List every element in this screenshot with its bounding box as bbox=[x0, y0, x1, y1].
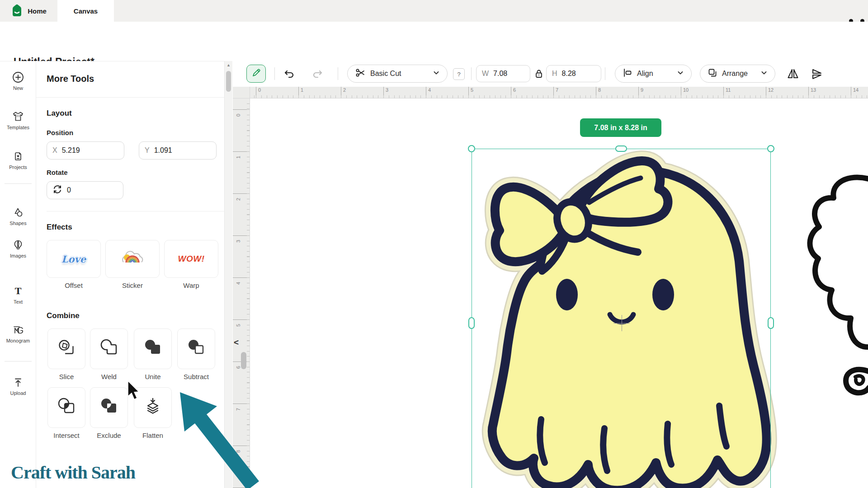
layout-heading: Layout bbox=[47, 109, 72, 118]
align-icon bbox=[623, 68, 632, 80]
mouse-cursor bbox=[127, 380, 142, 402]
intersect-icon bbox=[57, 396, 76, 419]
effect-warp-tile[interactable]: WOW! bbox=[164, 240, 218, 278]
combine-weld-label: Weld bbox=[90, 373, 128, 380]
tab-home-label: Home bbox=[28, 7, 47, 15]
shapes-icon bbox=[0, 206, 36, 219]
selection-handle-mid-right[interactable] bbox=[768, 317, 774, 329]
cricut-logo-icon bbox=[11, 4, 23, 19]
position-y-input[interactable]: Y 1.091 bbox=[139, 141, 217, 160]
w-prefix: W bbox=[482, 70, 489, 78]
combine-subtract-tile[interactable] bbox=[177, 328, 215, 369]
selection-handle-top-right[interactable] bbox=[767, 145, 774, 152]
toolbar-divider bbox=[274, 67, 275, 80]
canvas-area[interactable]: Basic Cut ? W 7.08 H 8.28 Align bbox=[232, 61, 868, 488]
chevron-down-icon bbox=[433, 69, 440, 78]
selection-box[interactable] bbox=[472, 149, 771, 488]
effect-warp-label: Warp bbox=[164, 282, 218, 289]
sidebar-item-shapes[interactable]: Shapes bbox=[0, 206, 36, 226]
selection-handle-top-left[interactable] bbox=[468, 145, 475, 152]
scissors-icon bbox=[355, 67, 366, 80]
redo-button[interactable] bbox=[310, 67, 325, 80]
edit-toolbar: Basic Cut ? W 7.08 H 8.28 Align bbox=[232, 61, 868, 87]
tshirt-icon bbox=[0, 110, 36, 123]
tab-canvas[interactable]: Canvas bbox=[57, 0, 114, 22]
combine-slice-label: Slice bbox=[47, 373, 85, 380]
lock-aspect-button[interactable] bbox=[533, 67, 544, 80]
combine-exclude-tile[interactable] bbox=[90, 387, 128, 428]
exclude-icon bbox=[99, 396, 119, 419]
combine-heading: Combine bbox=[47, 311, 80, 320]
flatten-icon bbox=[143, 396, 163, 419]
flip-horizontal-button[interactable] bbox=[786, 67, 800, 80]
rotate-value: 0 bbox=[67, 186, 71, 194]
panel-divider bbox=[36, 97, 224, 98]
slice-icon bbox=[57, 337, 76, 361]
sidebar-item-images[interactable]: Images bbox=[0, 239, 36, 258]
toolbar-divider bbox=[338, 67, 338, 80]
rainbow-icon bbox=[121, 250, 144, 268]
rotate-icon bbox=[52, 184, 62, 196]
help-button[interactable]: ? bbox=[453, 68, 465, 80]
sidebar-divider bbox=[5, 183, 32, 184]
combine-exclude-label: Exclude bbox=[90, 432, 128, 439]
width-input[interactable]: W 7.08 bbox=[476, 65, 530, 82]
h-value: 8.28 bbox=[562, 70, 576, 78]
sidebar-item-templates[interactable]: Templates bbox=[0, 110, 36, 130]
arrange-dropdown[interactable]: Arrange bbox=[700, 65, 775, 83]
effect-offset-tile[interactable]: Love bbox=[47, 240, 101, 278]
ruler-corner bbox=[233, 87, 250, 99]
position-x-input[interactable]: X 5.219 bbox=[47, 141, 124, 160]
rotate-label: Rotate bbox=[47, 169, 68, 176]
sidebar-item-monogram[interactable]: Monogram bbox=[0, 324, 36, 343]
combine-intersect-tile[interactable] bbox=[47, 387, 85, 428]
more-tools-panel: More Tools Layout Position X 5.219 Y 1.0… bbox=[36, 61, 224, 488]
scroll-up-icon[interactable]: ▲ bbox=[226, 63, 231, 67]
operation-dropdown[interactable]: Basic Cut bbox=[347, 65, 448, 83]
height-input[interactable]: H 8.28 bbox=[546, 65, 601, 82]
effect-offset-label: Offset bbox=[47, 282, 101, 289]
sidebar-item-projects[interactable]: Projects bbox=[0, 150, 36, 170]
combine-unite-label: Unite bbox=[134, 373, 172, 380]
panel-collapse-button[interactable]: < bbox=[234, 338, 239, 347]
pencil-icon bbox=[251, 67, 262, 80]
chevron-down-icon bbox=[677, 69, 684, 78]
undo-button[interactable] bbox=[282, 67, 297, 80]
combine-slice-tile[interactable] bbox=[47, 328, 85, 369]
sidebar-item-label: Templates bbox=[0, 125, 36, 130]
partial-design-image[interactable] bbox=[805, 171, 868, 397]
effect-sticker-tile[interactable] bbox=[105, 240, 160, 278]
app-window: Home Canvas Untitled Project* New Templa… bbox=[0, 0, 868, 488]
rotate-input[interactable]: 0 bbox=[47, 181, 123, 199]
offset-preview: Love bbox=[61, 253, 86, 265]
sidebar-item-label: Projects bbox=[0, 164, 36, 170]
align-dropdown[interactable]: Align bbox=[615, 65, 692, 83]
scrollbar-thumb[interactable] bbox=[226, 71, 231, 92]
ruler-horizontal: 01234567891011121314 bbox=[250, 87, 868, 99]
sidebar-divider bbox=[5, 361, 32, 361]
flip-vertical-button[interactable] bbox=[809, 67, 824, 80]
top-tab-bar: Home Canvas bbox=[0, 0, 868, 22]
tab-home[interactable]: Home bbox=[0, 0, 57, 22]
arrange-icon bbox=[708, 68, 717, 80]
combine-unite-tile[interactable] bbox=[134, 328, 172, 369]
edit-tool-button[interactable] bbox=[246, 65, 266, 83]
combine-weld-tile[interactable] bbox=[90, 328, 128, 369]
y-value: 1.091 bbox=[154, 146, 172, 155]
balloon-icon bbox=[0, 239, 36, 251]
align-label: Align bbox=[637, 70, 653, 78]
sidebar-item-new[interactable]: New bbox=[0, 71, 36, 91]
new-icon bbox=[0, 71, 36, 84]
effect-sticker-label: Sticker bbox=[105, 282, 160, 289]
combine-subtract-label: Subtract bbox=[177, 373, 215, 380]
panel-scrollbar[interactable]: ▲ bbox=[224, 61, 232, 488]
position-label: Position bbox=[47, 129, 73, 136]
weld-icon bbox=[99, 337, 119, 361]
sidebar-item-upload[interactable]: Upload bbox=[0, 376, 36, 396]
combine-intersect-label: Intersect bbox=[47, 432, 85, 439]
selection-handle-top-center[interactable] bbox=[615, 145, 627, 152]
mini-scrollbar-thumb[interactable] bbox=[241, 352, 246, 369]
upload-icon bbox=[0, 376, 36, 389]
sidebar-item-text[interactable]: T Text bbox=[0, 285, 36, 305]
selection-handle-mid-left[interactable] bbox=[468, 317, 475, 329]
